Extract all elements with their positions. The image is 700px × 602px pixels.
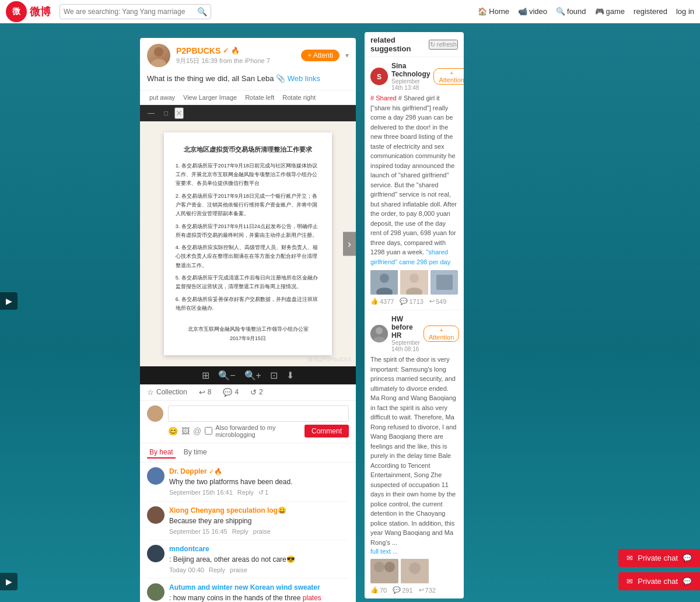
suggestion-image-2: [400, 270, 428, 295]
comment-reply-3[interactable]: Reply: [209, 566, 225, 573]
doc-signature: 北京市互联网金融风险专项整治工作领导小组办公室 2017年9月15日: [176, 324, 321, 343]
zoom-in-button[interactable]: 🔍+: [244, 370, 261, 381]
comment-author-3[interactable]: mndontcare: [169, 545, 209, 553]
suggestion-follow-button-2[interactable]: + Attention: [424, 326, 459, 342]
comment-text-1: Why the two platforms have been dead.: [169, 477, 349, 487]
like-icon: ↺: [250, 388, 257, 397]
comment-author-2[interactable]: Xiong Chenyang speculation log😀: [169, 506, 286, 514]
doc-item-5: 5. 各交易场所应于完成清退工作后每日向注册地所在区金融办监督报告区运营状况，清…: [176, 274, 321, 292]
comment-praise-3[interactable]: praise: [230, 566, 247, 573]
nav-video[interactable]: 📹 video: [518, 7, 547, 16]
refresh-button[interactable]: ↻ refresh: [429, 40, 458, 50]
logo: 微 微博: [6, 1, 51, 22]
comment-avatar-1: [147, 467, 164, 485]
comment-submit-button[interactable]: Comment: [304, 425, 349, 438]
private-chat-button-top[interactable]: ✉ Private chat 💬: [618, 549, 700, 567]
comment-author-1[interactable]: Dr. Doppler: [169, 467, 207, 475]
doc-item-6: 6. 各交易场所应妥善保存好客户交易数据，并列盘盘迁注班班地所在区金融办.: [176, 295, 321, 313]
image-content: 北京地区虚拟货币交易场所清理整治工作要求 1. 各交易场所应于2017年9月18…: [140, 121, 356, 366]
close-button[interactable]: ✕: [174, 107, 184, 119]
comment-reply-2[interactable]: Reply: [232, 528, 249, 535]
gallery-button[interactable]: ⊞: [202, 370, 209, 381]
comment-body-2: Xiong Chenyang speculation log😀 Because …: [169, 506, 349, 535]
doc-title: 北京地区虚拟货币交易场所清理整治工作要求: [176, 144, 321, 156]
post-user-info: P2PBUCKS ✓ 🔥 9月15日 16:39 from the iPhone…: [176, 46, 295, 65]
sort-by-time-tab[interactable]: By time: [181, 447, 209, 459]
suggestion-avatar-2: [370, 325, 388, 342]
comment-body-3: mndontcare : Beijing area, other areas d…: [169, 545, 349, 573]
web-links-link[interactable]: Web links: [288, 74, 320, 83]
play-button-bottom[interactable]: ▶: [0, 573, 18, 590]
rotate-right-button[interactable]: Rotate right: [280, 93, 318, 102]
svg-text:S: S: [377, 73, 382, 81]
comment-author-4[interactable]: Autumn and winter new Korean wind sweate…: [169, 583, 320, 592]
comment-stat[interactable]: 💬 4: [223, 388, 239, 397]
suggestion-image-4: [370, 559, 398, 583]
comment-praise-2[interactable]: praise: [253, 528, 271, 535]
suggestion-time-1: September 14th 13:48: [391, 78, 430, 91]
private-chat-button-bottom[interactable]: ✉ Private chat 💬: [618, 572, 700, 590]
image-watermark: 微博@P2PBUCKS: [307, 356, 351, 363]
also-forward-checkbox[interactable]: [205, 427, 212, 435]
nav-found[interactable]: 🔍 found: [556, 7, 586, 16]
full-text-link[interactable]: full text ...: [370, 548, 398, 555]
forward-stat-1: ↩ 549: [429, 298, 446, 305]
next-image-button[interactable]: ›: [343, 232, 356, 256]
header-nav: 🏠 Home 📹 video 🔍 found 🎮 game registered…: [478, 7, 694, 16]
suggestion-follow-button-1[interactable]: + Attention: [433, 68, 464, 85]
search-button[interactable]: 🔍: [197, 7, 207, 16]
maximize-button[interactable]: □: [161, 107, 171, 119]
like-stat-2: 👍 70: [370, 586, 387, 594]
collection-icon: ☆: [147, 388, 154, 397]
hot-icon: 🔥: [231, 47, 240, 55]
suggestion-user-info-1: Sina Technology September 14th 13:48: [391, 62, 430, 91]
follow-button[interactable]: + Attenti: [301, 50, 340, 61]
chevron-down-icon[interactable]: ▾: [345, 51, 349, 60]
nav-home[interactable]: 🏠 Home: [478, 7, 509, 16]
sort-by-heat-tab[interactable]: By heat: [147, 447, 176, 459]
like-stat[interactable]: ↺ 2: [250, 388, 263, 397]
also-forward-label: Also forwarded to my microblogging: [205, 424, 301, 438]
comment-stat-1: 💬 1713: [400, 298, 423, 305]
nav-game[interactable]: 🎮 game: [595, 7, 625, 16]
comment-item: mndontcare : Beijing area, other areas d…: [147, 540, 349, 579]
play-button-top[interactable]: ▶: [0, 292, 18, 310]
comment-input[interactable]: [168, 405, 349, 422]
view-larger-button[interactable]: View Larger Image: [181, 93, 239, 102]
image-attach-icon[interactable]: 🖼: [181, 426, 190, 436]
collection-stat[interactable]: ☆ Collection: [147, 388, 187, 397]
nav-login[interactable]: log in: [676, 7, 694, 16]
nav-register[interactable]: registered: [634, 7, 667, 16]
suggestion-name-2: HW before HR: [391, 315, 420, 340]
zoom-out-button[interactable]: 🔍−: [218, 370, 235, 381]
emoji-icon[interactable]: 😊: [168, 426, 178, 436]
svg-point-17: [384, 562, 395, 572]
comment-icon: 💬: [223, 388, 232, 397]
comment-footer-2: September 15 16:45 Reply praise: [169, 528, 349, 535]
forward-stat[interactable]: ↩ 8: [199, 388, 212, 397]
mail-icon: ✉: [626, 554, 633, 562]
svg-rect-11: [436, 275, 453, 290]
at-icon[interactable]: @: [193, 426, 201, 436]
post-content: What is the thing we did, all San Leba 📎…: [140, 71, 356, 90]
rotate-left-button[interactable]: Rotate left: [243, 93, 276, 102]
image-toolbar: ⊞ 🔍− 🔍+ ⊡ ⬇: [140, 366, 356, 384]
download-button[interactable]: ⬇: [286, 370, 294, 381]
post-meta: 9月15日 16:39 from the iPhone 7: [176, 57, 295, 65]
post-avatar: [147, 44, 170, 67]
commenter-avatar: [147, 405, 163, 422]
comment-avatar-3: [147, 545, 164, 562]
search-input[interactable]: [64, 8, 197, 16]
suggestion-name-1: Sina Technology: [391, 62, 430, 78]
like-stat-1: 👍 4377: [370, 298, 394, 305]
svg-point-1: [151, 59, 166, 67]
suggestion-stats-2: 👍 70 💬 291 ↩ 732: [370, 586, 458, 594]
minimize-button[interactable]: —: [145, 107, 158, 119]
comment-text-3: : Beijing area, other areas do not care😎: [169, 554, 349, 565]
left-spacer: [29, 32, 134, 602]
suggestion-stats-1: 👍 4377 💬 1713 ↩ 549: [370, 298, 458, 305]
put-away-button[interactable]: put away: [147, 93, 177, 102]
comment-reply-1[interactable]: Reply: [237, 489, 254, 496]
fit-button[interactable]: ⊡: [270, 370, 278, 381]
suggestion-item-1: S Sina Technology September 14th 13:48 +…: [365, 57, 464, 310]
